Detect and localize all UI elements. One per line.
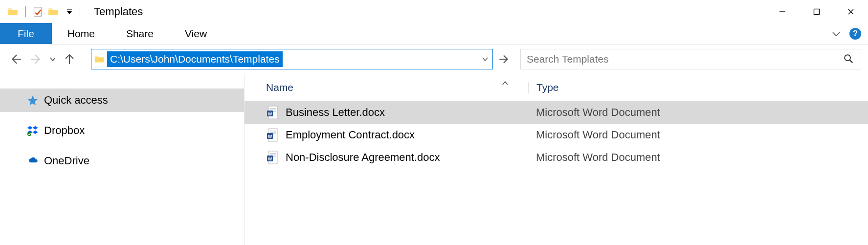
word-document-icon: W xyxy=(266,150,279,165)
file-row[interactable]: WBusiness Letter.docxMicrosoft Word Docu… xyxy=(245,101,868,124)
sidebar-item-quick-access[interactable]: Quick access xyxy=(0,89,244,112)
close-button[interactable] xyxy=(834,0,868,23)
separator xyxy=(80,6,80,17)
sidebar-item-onedrive[interactable]: OneDrive xyxy=(0,149,244,173)
onedrive-icon xyxy=(26,155,39,167)
svg-rect-10 xyxy=(270,108,276,109)
file-type: Microsoft Word Document xyxy=(528,151,660,164)
maximize-button[interactable] xyxy=(800,0,834,23)
column-type-label: Type xyxy=(536,82,559,93)
sidebar-item-label: OneDrive xyxy=(44,155,89,167)
properties-icon[interactable] xyxy=(32,6,44,18)
address-path[interactable]: C:\Users\John\Documents\Templates xyxy=(107,51,283,67)
folder-icon xyxy=(6,5,20,19)
tab-view[interactable]: View xyxy=(169,23,223,44)
file-type: Microsoft Word Document xyxy=(528,129,660,141)
svg-text:W: W xyxy=(268,111,272,116)
back-button[interactable] xyxy=(7,50,24,68)
svg-rect-17 xyxy=(270,132,276,133)
sidebar-item-label: Quick access xyxy=(44,94,108,107)
svg-rect-11 xyxy=(270,110,276,111)
file-row[interactable]: WEmployment Contract.docxMicrosoft Word … xyxy=(245,124,868,146)
address-bar[interactable]: C:\Users\John\Documents\Templates xyxy=(91,49,493,69)
folder-icon[interactable] xyxy=(47,6,59,18)
up-button[interactable] xyxy=(61,50,78,68)
minimize-button[interactable] xyxy=(765,0,800,23)
file-row[interactable]: WNon-Disclosure Agreement.docxMicrosoft … xyxy=(245,146,868,169)
folder-icon xyxy=(91,54,107,65)
tab-home[interactable]: Home xyxy=(52,23,111,44)
tab-share[interactable]: Share xyxy=(111,23,169,44)
tab-file[interactable]: File xyxy=(0,23,52,44)
go-button[interactable] xyxy=(495,49,512,69)
svg-rect-3 xyxy=(814,9,820,14)
svg-point-8 xyxy=(27,132,31,136)
file-type: Microsoft Word Document xyxy=(528,106,660,119)
column-type[interactable]: Type xyxy=(528,82,559,93)
svg-rect-23 xyxy=(270,155,276,156)
word-document-icon: W xyxy=(266,128,279,142)
svg-text:W: W xyxy=(268,134,272,139)
svg-rect-0 xyxy=(34,7,42,16)
file-name: Business Letter.docx xyxy=(286,106,385,119)
file-name: Employment Contract.docx xyxy=(286,129,415,141)
qat-dropdown-icon[interactable] xyxy=(65,9,74,15)
sidebar-item-label: Dropbox xyxy=(44,124,85,137)
window-title: Templates xyxy=(94,5,143,18)
ribbon: File Home Share View ? xyxy=(0,23,868,45)
sort-ascending-icon xyxy=(502,81,509,86)
recent-locations-button[interactable] xyxy=(48,56,58,63)
navigation-bar: C:\Users\John\Documents\Templates Search… xyxy=(0,45,868,74)
quick-access-toolbar xyxy=(32,6,74,18)
svg-rect-1 xyxy=(67,9,72,10)
help-button[interactable]: ? xyxy=(849,28,861,40)
svg-rect-16 xyxy=(270,131,276,132)
svg-point-6 xyxy=(845,55,850,61)
star-icon xyxy=(26,94,39,107)
svg-rect-22 xyxy=(270,153,276,154)
column-headers: Name Type xyxy=(245,74,868,101)
search-placeholder: Search Templates xyxy=(527,53,843,65)
search-icon[interactable] xyxy=(843,53,855,65)
word-document-icon: W xyxy=(266,105,279,120)
title-bar: Templates xyxy=(0,0,868,23)
svg-line-7 xyxy=(850,60,853,63)
search-box[interactable]: Search Templates xyxy=(520,49,861,69)
address-dropdown-icon[interactable] xyxy=(482,56,489,63)
file-list: Name Type WBusiness Letter.docxMicrosoft… xyxy=(245,74,868,245)
separator xyxy=(25,6,26,17)
sidebar-item-dropbox[interactable]: Dropbox xyxy=(0,119,244,142)
content-area: Quick access Dropbox OneDrive Name Type xyxy=(0,74,868,245)
forward-button[interactable] xyxy=(27,50,45,68)
svg-text:W: W xyxy=(268,156,272,161)
dropbox-icon xyxy=(26,124,39,137)
file-name: Non-Disclosure Agreement.docx xyxy=(286,151,440,164)
column-name[interactable]: Name xyxy=(245,82,528,93)
navigation-pane: Quick access Dropbox OneDrive xyxy=(0,74,245,245)
window-controls xyxy=(765,0,868,23)
column-name-label: Name xyxy=(266,82,293,93)
expand-ribbon-icon[interactable] xyxy=(830,27,843,40)
